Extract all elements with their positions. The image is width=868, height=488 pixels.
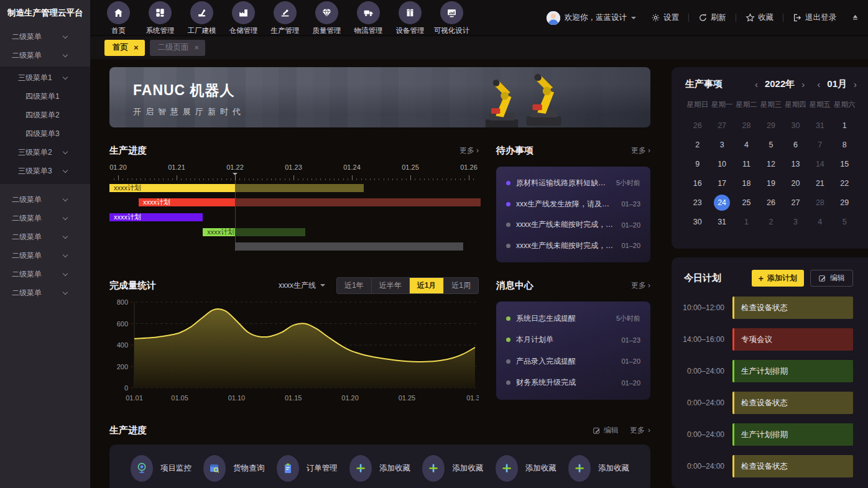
- shortcuts-edit-button[interactable]: 编辑: [593, 425, 619, 436]
- banner[interactable]: FANUC 机器人 开启智慧展厅新时代: [109, 67, 650, 127]
- settings-button[interactable]: 设置: [651, 12, 679, 23]
- calendar-day[interactable]: 31: [808, 116, 832, 135]
- plan-item[interactable]: 检查设备状态: [732, 392, 853, 414]
- list-item[interactable]: xxx生产线发生故障，请及时处理01–23: [506, 199, 640, 209]
- close-icon[interactable]: ×: [134, 44, 139, 52]
- calendar-day[interactable]: 22: [833, 173, 857, 193]
- tab-home[interactable]: 首页×: [104, 40, 145, 56]
- shortcut-4[interactable]: 添加收藏: [422, 455, 483, 482]
- calendar-day[interactable]: 2: [685, 135, 709, 154]
- calendar-day[interactable]: 25: [734, 193, 759, 212]
- shortcuts-more-link[interactable]: 更多›: [630, 425, 650, 436]
- calendar-day[interactable]: 23: [685, 193, 709, 212]
- shortcut-2[interactable]: 订单管理: [277, 455, 338, 482]
- calendar-day[interactable]: 4: [734, 135, 759, 154]
- nav-item-modules[interactable]: 系统管理: [139, 0, 181, 35]
- calendar-day[interactable]: 28: [808, 193, 832, 212]
- nav-item-production[interactable]: 生产管理: [264, 0, 306, 35]
- gantt-bar-remaining[interactable]: [235, 228, 305, 236]
- todo-more-link[interactable]: 更多›: [631, 145, 650, 156]
- calendar-day[interactable]: 31: [709, 212, 734, 231]
- calendar-day[interactable]: 27: [709, 116, 734, 135]
- favorite-button[interactable]: 收藏: [746, 12, 773, 23]
- sidebar-item-0[interactable]: 二级菜单: [0, 27, 90, 46]
- shortcut-5[interactable]: 添加收藏: [496, 455, 556, 482]
- calendar-day[interactable]: 26: [759, 193, 783, 212]
- sidebar-item-1[interactable]: 二级菜单: [0, 46, 90, 65]
- gantt-more-link[interactable]: 更多›: [459, 145, 479, 156]
- sidebar-item-10[interactable]: 二级菜单: [0, 228, 90, 246]
- calendar-day[interactable]: 3: [783, 212, 808, 231]
- sidebar-item-6[interactable]: 三级菜单2: [0, 143, 90, 162]
- calendar-day[interactable]: 9: [685, 154, 709, 173]
- list-item[interactable]: 原材料运输线路原料短缺，请及...5小时前: [506, 178, 640, 188]
- calendar-day[interactable]: 30: [783, 116, 808, 135]
- shortcut-0[interactable]: 项目监控: [131, 455, 192, 482]
- add-plan-button[interactable]: +添加计划: [752, 270, 804, 287]
- calendar-day[interactable]: 28: [734, 116, 759, 135]
- refresh-button[interactable]: 刷新: [698, 12, 726, 23]
- gantt-bar-active[interactable]: xxxx计划: [109, 213, 203, 221]
- production-line-dropdown[interactable]: xxxx生产线: [279, 280, 325, 291]
- sidebar-item-3[interactable]: 四级菜单1: [0, 87, 90, 106]
- sidebar-item-5[interactable]: 四级菜单3: [0, 124, 90, 143]
- plan-item[interactable]: 检查设备状态: [732, 455, 853, 477]
- calendar-day[interactable]: 5: [833, 212, 857, 231]
- list-item[interactable]: 产品录入完成提醒01–20: [506, 356, 640, 367]
- calendar-day[interactable]: 21: [808, 173, 832, 193]
- gantt-bar-active[interactable]: xxxx计划: [109, 184, 235, 192]
- next-year-icon[interactable]: ›: [801, 80, 805, 89]
- calendar-day[interactable]: 29: [759, 116, 783, 135]
- next-month-icon[interactable]: ›: [854, 80, 857, 89]
- sidebar-item-7[interactable]: 三级菜单3: [0, 162, 90, 180]
- range-tab-1[interactable]: 近半年: [371, 278, 409, 293]
- calendar-day[interactable]: 1: [734, 212, 759, 231]
- sidebar-item-12[interactable]: 二级菜单: [0, 265, 90, 283]
- shortcut-1[interactable]: 货物查询: [203, 455, 264, 482]
- plan-item[interactable]: 专项会议: [732, 328, 853, 351]
- nav-item-logistics-truck[interactable]: 物流管理: [348, 0, 389, 35]
- calendar-day[interactable]: 15: [833, 154, 857, 173]
- nav-item-factory-model[interactable]: 工厂建模: [181, 0, 223, 35]
- user-menu[interactable]: 欢迎你，蓝蓝设计: [547, 11, 636, 25]
- calendar-day[interactable]: 10: [709, 154, 734, 173]
- calendar-day[interactable]: 7: [808, 135, 832, 154]
- close-icon[interactable]: ×: [195, 44, 200, 52]
- calendar-day[interactable]: 14: [808, 154, 832, 173]
- nav-item-quality-diamond[interactable]: 质量管理: [306, 0, 348, 35]
- calendar-day[interactable]: 4: [808, 212, 832, 231]
- logout-button[interactable]: 退出登录: [793, 12, 836, 23]
- list-item[interactable]: 财务系统升级完成01–20: [506, 377, 640, 388]
- collapse-topbar-icon[interactable]: [851, 12, 860, 24]
- calendar-day[interactable]: 20: [783, 173, 808, 193]
- calendar-day[interactable]: 3: [709, 135, 734, 154]
- prev-year-icon[interactable]: ‹: [755, 80, 758, 89]
- sidebar-item-13[interactable]: 二级菜单: [0, 283, 90, 302]
- gantt-bar-remaining[interactable]: [235, 184, 364, 192]
- calendar-day[interactable]: 26: [685, 116, 709, 135]
- nav-item-warehouse[interactable]: 仓储管理: [223, 0, 264, 35]
- sidebar-item-8[interactable]: 二级菜单: [0, 190, 90, 209]
- list-item[interactable]: 系统日志生成提醒5小时前: [506, 313, 640, 324]
- calendar-day[interactable]: 8: [833, 135, 857, 154]
- calendar-day[interactable]: 5: [759, 135, 783, 154]
- prev-month-icon[interactable]: ‹: [817, 80, 820, 89]
- edit-plan-button[interactable]: 编辑: [810, 270, 853, 287]
- gantt-bar-active[interactable]: xxxx计划: [139, 198, 235, 206]
- range-tab-0[interactable]: 近1年: [337, 278, 371, 293]
- plan-item[interactable]: 生产计划排期: [732, 360, 853, 382]
- calendar-day[interactable]: 29: [833, 193, 857, 212]
- gantt-bar-remaining[interactable]: [235, 198, 481, 206]
- calendar-day[interactable]: 6: [783, 135, 808, 154]
- list-item[interactable]: xxxx生产线未能按时完成，请补...01–20: [506, 241, 640, 251]
- plan-item[interactable]: 生产计划排期: [732, 423, 853, 446]
- calendar-day[interactable]: 27: [783, 193, 808, 212]
- calendar-day[interactable]: 12: [759, 154, 783, 173]
- sidebar-item-11[interactable]: 二级菜单: [0, 246, 90, 265]
- calendar-day[interactable]: 11: [734, 154, 759, 173]
- calendar-day[interactable]: 17: [709, 173, 734, 193]
- sidebar-item-9[interactable]: 二级菜单: [0, 209, 90, 228]
- nav-item-visual-design-monitor[interactable]: 可视化设计: [431, 0, 473, 35]
- shortcut-6[interactable]: 添加收藏: [568, 455, 629, 482]
- gantt-bar-remaining[interactable]: [235, 242, 463, 251]
